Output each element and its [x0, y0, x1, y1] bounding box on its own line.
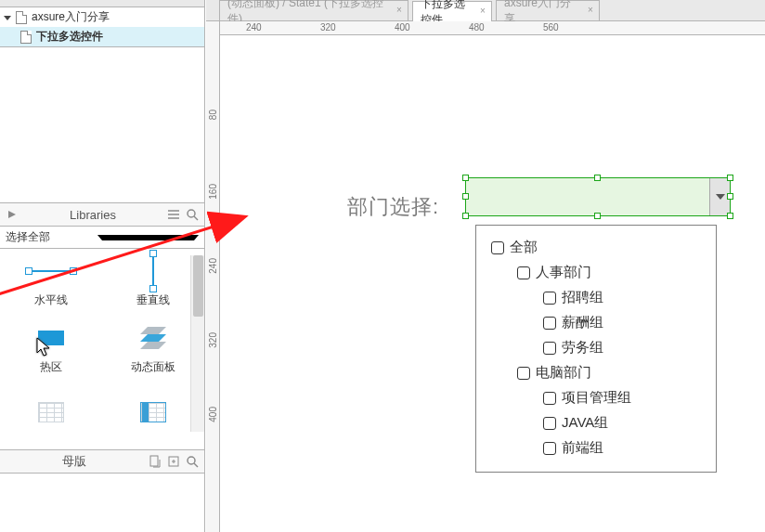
option-all[interactable]: 全部 [491, 235, 710, 260]
checkbox[interactable] [543, 342, 556, 355]
ruler-h-mark: 480 [469, 22, 485, 32]
ruler-h-mark: 240 [246, 22, 262, 32]
option-hr-c[interactable]: 劳务组 [543, 335, 710, 360]
vertical-ruler: 80 160 240 320 400 [206, 21, 220, 532]
checkbox[interactable] [517, 367, 530, 380]
tree-root-label: axsure入门分享 [32, 9, 110, 25]
widget-dynamic-panel[interactable]: 动态面板 [102, 316, 204, 383]
design-stage[interactable]: 部门选择: 全部 [220, 35, 765, 532]
library-select-all-label: 选择全部 [6, 229, 97, 245]
page-tree: axsure入门分享 下拉多选控件 [0, 7, 204, 47]
ruler-v-mark: 80 [208, 110, 218, 120]
tab-index[interactable]: axsure入门分享 × [496, 0, 600, 20]
checkbox[interactable] [517, 266, 530, 279]
masters-add-page-icon[interactable] [149, 455, 162, 468]
ruler-h-mark: 320 [320, 22, 336, 32]
department-label: 部门选择: [347, 193, 439, 221]
option-label: JAVA组 [562, 414, 608, 432]
checkbox[interactable] [491, 241, 504, 254]
masters-add-folder-icon[interactable] [167, 455, 180, 468]
ruler-h-mark: 560 [543, 22, 559, 32]
tab-dropdown-widget[interactable]: 下拉多选控件 × [412, 1, 492, 21]
libraries-header: Libraries [0, 202, 204, 227]
widget-vertical-line[interactable]: 垂直线 [102, 249, 204, 316]
option-hr-b[interactable]: 薪酬组 [543, 310, 710, 335]
widget-label: 水平线 [34, 292, 68, 308]
tree-root[interactable]: axsure入门分享 [0, 7, 204, 27]
option-it-c[interactable]: 前端组 [543, 435, 710, 461]
masters-body [0, 474, 204, 532]
option-hr-a[interactable]: 招聘组 [543, 285, 710, 310]
masters-search-icon[interactable] [186, 455, 199, 468]
resize-handle-tm[interactable] [594, 175, 601, 181]
sidebar-toolbar [0, 0, 204, 7]
close-icon[interactable]: × [478, 6, 487, 16]
tree-child-selected[interactable]: 下拉多选控件 [0, 27, 204, 46]
libraries-title: Libraries [24, 208, 162, 222]
libraries-menu-icon[interactable] [167, 208, 180, 221]
checkbox[interactable] [543, 292, 556, 305]
resize-handle-tr[interactable] [727, 175, 733, 181]
chevron-down-icon [97, 235, 199, 240]
widget-label: 垂直线 [136, 292, 170, 308]
table-b-icon [140, 402, 166, 422]
option-label: 前端组 [562, 439, 603, 457]
resize-handle-bm[interactable] [594, 213, 601, 219]
option-label: 电脑部门 [536, 364, 591, 382]
tab-state1[interactable]: (动态面板) / State1 (下拉多选控件) × [219, 0, 408, 20]
libraries-collapse-icon[interactable] [6, 208, 19, 221]
checkbox[interactable] [543, 317, 556, 330]
svg-point-0 [188, 210, 195, 217]
canvas-area: (动态面板) / State1 (下拉多选控件) × 下拉多选控件 × axsu… [206, 0, 765, 532]
tree-toggle-icon[interactable] [4, 16, 11, 20]
page-icon [16, 11, 27, 24]
option-label: 项目管理组 [562, 389, 631, 407]
resize-handle-bl[interactable] [462, 213, 469, 219]
option-label: 招聘组 [562, 289, 603, 306]
ruler-v-mark: 400 [208, 407, 218, 422]
resize-handle-tl[interactable] [462, 175, 469, 181]
widget-label: 动态面板 [131, 359, 175, 375]
widget-palette: 水平线 垂直线 热区 动态面板 [0, 249, 204, 449]
resize-handle-ml[interactable] [462, 193, 469, 200]
dropdown-widget-selected[interactable] [465, 177, 731, 216]
svg-rect-1 [150, 456, 158, 466]
option-it[interactable]: 电脑部门 [517, 360, 710, 385]
masters-title: 母版 [6, 453, 143, 470]
widgets-scrollbar[interactable] [190, 255, 204, 432]
ruler-h-mark: 400 [395, 22, 410, 32]
widget-table-a[interactable] [0, 383, 102, 449]
option-it-a[interactable]: 项目管理组 [543, 385, 710, 410]
resize-handle-br[interactable] [727, 213, 733, 219]
multiselect-popup[interactable]: 全部 人事部门 招聘组 薪酬组 劳务组 [475, 225, 717, 473]
libraries-search-icon[interactable] [186, 208, 199, 221]
resize-handle-mr[interactable] [727, 193, 733, 200]
ruler-v-mark: 160 [208, 184, 218, 200]
checkbox[interactable] [543, 417, 556, 430]
option-label: 劳务组 [562, 339, 603, 357]
svg-point-3 [188, 457, 195, 464]
widget-label: 热区 [40, 359, 62, 375]
widget-table-b[interactable] [102, 383, 204, 449]
document-tabs: (动态面板) / State1 (下拉多选控件) × 下拉多选控件 × axsu… [206, 0, 765, 21]
checkbox[interactable] [543, 442, 556, 455]
widget-hot-area[interactable]: 热区 [0, 316, 102, 383]
close-icon[interactable]: × [586, 6, 595, 15]
chevron-down-icon [716, 194, 725, 200]
option-label: 人事部门 [536, 264, 591, 281]
vline-icon [152, 254, 154, 288]
table-a-icon [38, 402, 64, 422]
hot-icon [38, 331, 64, 345]
masters-header: 母版 [0, 449, 204, 474]
left-sidebar: axsure入门分享 下拉多选控件 Libraries 选择全部 [0, 0, 205, 532]
library-select-all[interactable]: 选择全部 [0, 227, 204, 249]
option-it-b[interactable]: JAVA组 [543, 410, 710, 435]
ruler-v-mark: 240 [208, 258, 218, 274]
ruler-v-mark: 320 [208, 332, 218, 348]
hline-icon [30, 270, 72, 272]
close-icon[interactable]: × [395, 6, 404, 15]
option-hr[interactable]: 人事部门 [517, 260, 710, 285]
checkbox[interactable] [543, 392, 556, 405]
widget-horizontal-line[interactable]: 水平线 [0, 249, 102, 316]
scrollbar-thumb[interactable] [193, 255, 203, 317]
